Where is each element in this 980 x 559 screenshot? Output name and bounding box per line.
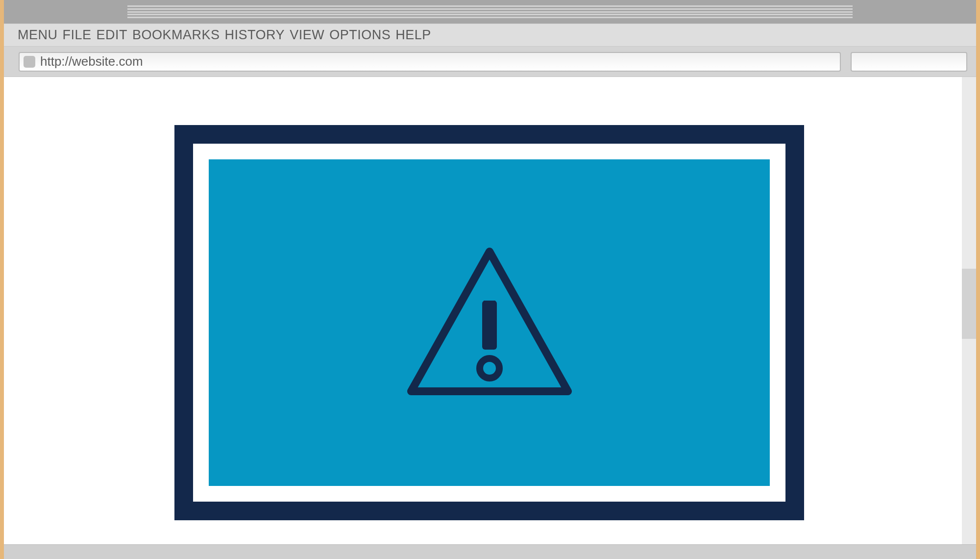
- menu-item-menu[interactable]: MENU: [18, 27, 58, 43]
- menu-item-bookmarks[interactable]: BOOKMARKS: [132, 27, 220, 43]
- svg-marker-4: [484, 301, 495, 350]
- vertical-scrollbar-thumb[interactable]: [962, 269, 976, 339]
- page-favicon-icon: [24, 56, 35, 68]
- address-input[interactable]: [40, 54, 836, 69]
- titlebar-grip-lines: [127, 5, 853, 18]
- menu-item-file[interactable]: FILE: [63, 27, 92, 43]
- vertical-scrollbar-track[interactable]: [962, 77, 976, 544]
- status-bar: [4, 544, 976, 559]
- address-bar[interactable]: [19, 52, 841, 72]
- toolbar: [4, 46, 976, 76]
- menu-item-edit[interactable]: EDIT: [97, 27, 128, 43]
- search-input[interactable]: [823, 55, 961, 68]
- warning-frame-inner: [193, 144, 785, 502]
- menu-item-options[interactable]: OPTIONS: [329, 27, 391, 43]
- menu-item-help[interactable]: HELP: [395, 27, 431, 43]
- menu-item-history[interactable]: HISTORY: [225, 27, 285, 43]
- window-titlebar[interactable]: [4, 0, 976, 24]
- warning-panel: [209, 159, 770, 486]
- warning-triangle-icon: [406, 247, 573, 399]
- svg-point-5: [480, 358, 499, 378]
- warning-frame: [174, 125, 804, 520]
- menu-bar: MENU FILE EDIT BOOKMARKS HISTORY VIEW OP…: [4, 24, 976, 46]
- menu-item-view[interactable]: VIEW: [290, 27, 324, 43]
- page-viewport: [4, 77, 962, 544]
- search-box[interactable]: [851, 52, 967, 72]
- content-area: [4, 76, 976, 544]
- browser-window: MENU FILE EDIT BOOKMARKS HISTORY VIEW OP…: [4, 0, 976, 559]
